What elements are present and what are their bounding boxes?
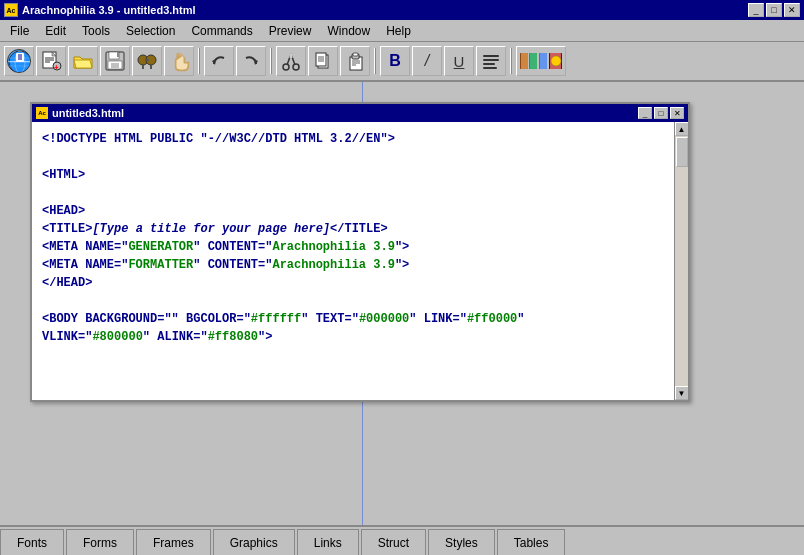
italic-btn[interactable]: / xyxy=(412,46,442,76)
bold-btn[interactable]: B xyxy=(380,46,410,76)
doc-maximize-btn[interactable]: □ xyxy=(654,107,668,119)
underline-btn[interactable]: U xyxy=(444,46,474,76)
code-area: <!DOCTYPE HTML PUBLIC "-//W3C//DTD HTML … xyxy=(32,122,688,400)
globe-icon xyxy=(7,49,31,73)
menu-file[interactable]: File xyxy=(2,22,37,40)
cut-btn[interactable] xyxy=(276,46,306,76)
tab-forms[interactable]: Forms xyxy=(66,529,134,555)
tab-links[interactable]: Links xyxy=(297,529,359,555)
svg-rect-18 xyxy=(117,52,119,57)
sep-4 xyxy=(510,48,512,74)
toolbar: + xyxy=(0,42,804,82)
svg-rect-51 xyxy=(530,53,537,69)
tab-fonts[interactable]: Fonts xyxy=(0,529,64,555)
italic-icon: / xyxy=(425,52,429,70)
doc-title-bar: Ac untitled3.html _ □ ✕ xyxy=(32,104,688,122)
open-page-btn[interactable]: + xyxy=(36,46,66,76)
tab-bar: Fonts Forms Frames Graphics Links Struct… xyxy=(0,525,804,555)
code-editor[interactable]: <!DOCTYPE HTML PUBLIC "-//W3C//DTD HTML … xyxy=(32,122,674,400)
title-bar-left: Ac Arachnophilia 3.9 - untitled3.html xyxy=(4,3,196,17)
menu-edit[interactable]: Edit xyxy=(37,22,74,40)
maximize-btn[interactable]: □ xyxy=(766,3,782,17)
underline-icon: U xyxy=(454,53,465,70)
svg-rect-40 xyxy=(353,53,358,56)
main-area: Ac untitled3.html _ □ ✕ <!DOCTYPE HTML P… xyxy=(0,82,804,537)
menu-preview[interactable]: Preview xyxy=(261,22,320,40)
menu-bar: File Edit Tools Selection Commands Previ… xyxy=(0,20,804,42)
scroll-track[interactable] xyxy=(675,136,688,386)
svg-rect-49 xyxy=(521,53,528,69)
tab-styles[interactable]: Styles xyxy=(428,529,495,555)
svg-text:+: + xyxy=(54,63,59,72)
redo-btn[interactable] xyxy=(236,46,266,76)
svg-rect-53 xyxy=(540,53,547,69)
doc-window-title: untitled3.html xyxy=(52,107,124,119)
svg-point-29 xyxy=(293,64,299,70)
code-line-3: <HTML> xyxy=(42,166,664,184)
code-line-6: <TITLE>[Type a title for your page here]… xyxy=(42,220,664,238)
undo-btn[interactable] xyxy=(204,46,234,76)
menu-selection[interactable]: Selection xyxy=(118,22,183,40)
align-btn[interactable] xyxy=(476,46,506,76)
scroll-up-btn[interactable]: ▲ xyxy=(675,122,689,136)
menu-help[interactable]: Help xyxy=(378,22,419,40)
new-btn[interactable] xyxy=(4,46,34,76)
svg-marker-26 xyxy=(212,59,216,65)
code-line-blank-6 xyxy=(42,382,664,400)
close-btn[interactable]: ✕ xyxy=(784,3,800,17)
tools-btn[interactable] xyxy=(516,46,566,76)
code-line-12: VLINK="#800000" ALINK="#ff8080"> xyxy=(42,328,664,346)
svg-rect-25 xyxy=(150,65,152,69)
title-bar: Ac Arachnophilia 3.9 - untitled3.html _ … xyxy=(0,0,804,20)
tab-graphics[interactable]: Graphics xyxy=(213,529,295,555)
svg-rect-44 xyxy=(483,55,499,57)
svg-point-56 xyxy=(551,56,561,66)
svg-rect-34 xyxy=(316,53,326,66)
code-line-blank-2 xyxy=(42,184,664,202)
tab-frames[interactable]: Frames xyxy=(136,529,211,555)
scrollbar: ▲ ▼ xyxy=(674,122,688,400)
code-line-blank-5 xyxy=(42,364,664,382)
find-btn[interactable] xyxy=(132,46,162,76)
svg-rect-23 xyxy=(145,59,149,61)
paste-btn[interactable] xyxy=(340,46,370,76)
bold-icon: B xyxy=(389,52,401,70)
doc-minimize-btn[interactable]: _ xyxy=(638,107,652,119)
menu-window[interactable]: Window xyxy=(319,22,378,40)
menu-tools[interactable]: Tools xyxy=(74,22,118,40)
copy-btn[interactable] xyxy=(308,46,338,76)
sep-2 xyxy=(270,48,272,74)
open-btn[interactable] xyxy=(68,46,98,76)
svg-rect-47 xyxy=(483,67,497,69)
scroll-thumb[interactable] xyxy=(676,137,688,167)
svg-marker-27 xyxy=(254,59,258,65)
svg-rect-24 xyxy=(142,65,144,69)
code-line-11: <BODY BACKGROUND="" BGCOLOR="#ffffff" TE… xyxy=(42,310,664,328)
code-line-blank-3 xyxy=(42,292,664,310)
code-line-8: <META NAME="FORMATTER" CONTENT="Arachnop… xyxy=(42,256,664,274)
code-line-blank-4 xyxy=(42,346,664,364)
save-btn[interactable] xyxy=(100,46,130,76)
code-line-9: </HEAD> xyxy=(42,274,664,292)
menu-commands[interactable]: Commands xyxy=(183,22,260,40)
document-window: Ac untitled3.html _ □ ✕ <!DOCTYPE HTML P… xyxy=(30,102,690,402)
sep-3 xyxy=(374,48,376,74)
minimize-btn[interactable]: _ xyxy=(748,3,764,17)
code-line-blank-1 xyxy=(42,148,664,166)
tab-tables[interactable]: Tables xyxy=(497,529,566,555)
window-title: Arachnophilia 3.9 - untitled3.html xyxy=(22,4,196,16)
doc-icon: Ac xyxy=(36,107,48,119)
svg-rect-20 xyxy=(111,63,119,68)
title-bar-controls: _ □ ✕ xyxy=(748,3,800,17)
svg-rect-46 xyxy=(483,63,495,65)
svg-rect-45 xyxy=(483,59,499,61)
code-line-5: <HEAD> xyxy=(42,202,664,220)
code-line-7: <META NAME="GENERATOR" CONTENT="Arachnop… xyxy=(42,238,664,256)
doc-title-left: Ac untitled3.html xyxy=(36,107,124,119)
doc-controls: _ □ ✕ xyxy=(638,107,684,119)
scroll-down-btn[interactable]: ▼ xyxy=(675,386,689,400)
tab-struct[interactable]: Struct xyxy=(361,529,426,555)
app-icon: Ac xyxy=(4,3,18,17)
hand-btn[interactable] xyxy=(164,46,194,76)
doc-close-btn[interactable]: ✕ xyxy=(670,107,684,119)
